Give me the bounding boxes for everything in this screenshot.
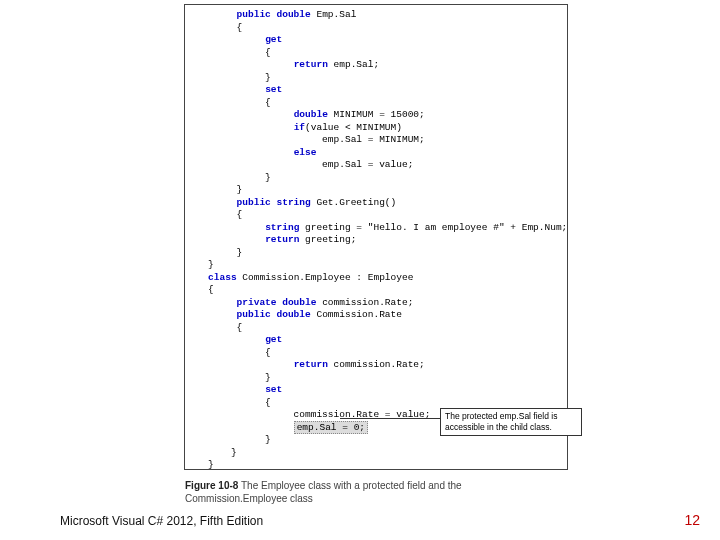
code-listing: public double Emp.Sal { get { return emp… [184,4,568,470]
footer-book-title: Microsoft Visual C# 2012, Fifth Edition [60,514,263,528]
figure-caption: Figure 10-8 The Employee class with a pr… [185,479,462,505]
callout-leader [340,418,440,419]
figure-number: Figure 10-8 [185,480,238,491]
page-number: 12 [684,512,700,528]
callout-annotation: The protected emp.Sal field is accessibl… [440,408,582,436]
highlighted-code: emp.Sal = 0; [294,421,368,434]
